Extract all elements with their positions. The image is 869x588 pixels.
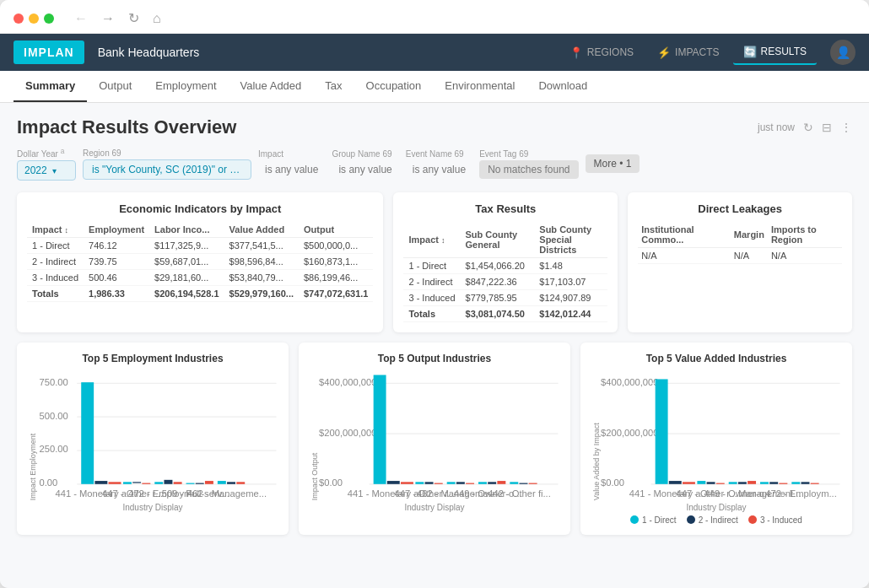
svg-text:442 - Other fi...: 442 - Other fi... bbox=[488, 488, 551, 499]
title-bar: ← → ↻ ⌂ bbox=[0, 0, 869, 34]
svg-rect-74 bbox=[802, 483, 810, 484]
project-name: Bank Headquarters bbox=[98, 46, 200, 59]
forward-button[interactable]: → bbox=[98, 9, 118, 28]
group-name-value[interactable]: is any value bbox=[332, 160, 398, 179]
refresh-icon[interactable]: ↻ bbox=[803, 121, 813, 134]
col-imports: Imports to Region bbox=[768, 222, 842, 248]
economic-table: Impact ↕ Employment Labor Inco... Value … bbox=[27, 222, 373, 302]
legend-indirect-label: 2 - Indirect bbox=[699, 515, 738, 525]
minimize-button[interactable] bbox=[29, 13, 39, 24]
region-label: Region 69 bbox=[83, 148, 251, 158]
brand-logo: IMPLAN bbox=[13, 40, 84, 64]
main-content: Impact Results Overview just now ↻ ⊟ ⋮ D… bbox=[0, 103, 869, 588]
svg-rect-37 bbox=[434, 483, 443, 484]
output-chart-title: Top 5 Output Industries bbox=[309, 353, 560, 364]
chevron-down-icon: ▾ bbox=[52, 166, 57, 175]
svg-rect-73 bbox=[791, 483, 800, 484]
more-icon[interactable]: ⋮ bbox=[840, 121, 852, 134]
svg-text:$200,000,000: $200,000,000 bbox=[601, 428, 658, 438]
no-match-badge: No matches found bbox=[479, 160, 578, 179]
more-filters-button[interactable]: More • 1 bbox=[586, 154, 640, 173]
tab-output[interactable]: Output bbox=[87, 71, 143, 102]
svg-rect-22 bbox=[227, 483, 235, 484]
region-filter: Region 69 is "York County, SC (2019)" or… bbox=[83, 148, 251, 180]
svg-rect-39 bbox=[447, 483, 456, 484]
output-chart-card: Top 5 Output Industries Impact Output $4… bbox=[299, 343, 570, 534]
impacts-icon: ⚡ bbox=[657, 46, 671, 59]
col-impact: Impact ↕ bbox=[403, 222, 460, 258]
impact-label: Impact bbox=[258, 149, 325, 159]
nav-regions-label: REGIONS bbox=[587, 46, 634, 58]
svg-rect-71 bbox=[779, 483, 787, 484]
tab-occupation[interactable]: Occupation bbox=[354, 71, 434, 102]
col-institutional: Institutional Commo... bbox=[638, 222, 731, 248]
table-row: 3 - Induced 500.46 $29,181,60... $53,840… bbox=[27, 270, 373, 286]
svg-rect-23 bbox=[236, 483, 245, 484]
legend-indirect-dot bbox=[687, 515, 695, 524]
timestamp-label: just now bbox=[758, 121, 795, 133]
nav-results[interactable]: 🔄 RESULTS bbox=[733, 40, 817, 65]
legend-direct: 1 - Direct bbox=[630, 515, 677, 525]
value-added-chart-wrapper: Value Added by Impact $400,000,000 $200,… bbox=[591, 371, 842, 500]
employment-chart-title: Top 5 Employment Industries bbox=[27, 353, 278, 364]
legend-induced-label: 3 - Induced bbox=[760, 515, 802, 525]
employment-x-label: Industry Display bbox=[27, 503, 278, 512]
results-icon: 🔄 bbox=[743, 46, 757, 58]
value-added-y-label: Value Added by Impact bbox=[591, 371, 601, 500]
nav-impacts[interactable]: ⚡ IMPACTS bbox=[647, 41, 729, 64]
impact-value[interactable]: is any value bbox=[258, 160, 325, 179]
tab-value-added[interactable]: Value Added bbox=[229, 71, 314, 102]
event-name-value[interactable]: is any value bbox=[406, 160, 472, 179]
maximize-button[interactable] bbox=[44, 13, 54, 24]
svg-rect-69 bbox=[760, 483, 769, 484]
legend-indirect: 2 - Indirect bbox=[687, 515, 738, 525]
output-x-label: Industry Display bbox=[309, 503, 560, 512]
value-added-chart-card: Top 5 Value Added Industries Value Added… bbox=[580, 343, 852, 534]
col-output: Output bbox=[299, 222, 373, 238]
tab-tax[interactable]: Tax bbox=[313, 71, 354, 102]
table-row: N/A N/A N/A bbox=[638, 248, 842, 264]
nav-links: 📍 REGIONS ⚡ IMPACTS 🔄 RESULTS 👤 bbox=[559, 40, 856, 65]
legend-induced: 3 - Induced bbox=[748, 515, 802, 525]
value-added-x-label: Industry Display bbox=[591, 503, 842, 512]
back-button[interactable]: ← bbox=[71, 9, 91, 28]
dollar-year-select[interactable]: 2022 ▾ bbox=[17, 160, 76, 181]
svg-text:250.00: 250.00 bbox=[39, 445, 67, 455]
employment-y-label: Impact Employment bbox=[27, 371, 37, 500]
page-header: Impact Results Overview just now ↻ ⊟ ⋮ bbox=[17, 116, 852, 138]
close-button[interactable] bbox=[13, 13, 24, 24]
nav-results-label: RESULTS bbox=[761, 46, 807, 57]
nav-regions[interactable]: 📍 REGIONS bbox=[559, 41, 644, 64]
employment-chart-wrapper: Impact Employment 750.00 500.00 250.00 0… bbox=[27, 371, 278, 500]
traffic-lights bbox=[13, 13, 54, 24]
svg-text:472 - Employm...: 472 - Employm... bbox=[765, 488, 837, 499]
svg-rect-15 bbox=[174, 483, 182, 484]
svg-rect-31 bbox=[374, 375, 386, 484]
svg-rect-36 bbox=[425, 483, 434, 484]
cards-grid: Economic Indicators by Impact Impact ↕ E… bbox=[17, 192, 852, 332]
table-row: 1 - Direct $1,454,066.20 $1.48 bbox=[403, 258, 607, 274]
dollar-year-label: Dollar Year a bbox=[17, 147, 76, 159]
chart-legend: 1 - Direct 2 - Indirect 3 - Induced bbox=[591, 515, 842, 525]
tax-results-card: Tax Results Impact ↕ Sub County General … bbox=[393, 192, 618, 332]
filter-icon[interactable]: ⊟ bbox=[822, 121, 832, 134]
svg-rect-13 bbox=[154, 483, 163, 484]
app-window: ← → ↻ ⌂ IMPLAN Bank Headquarters 📍 REGIO… bbox=[0, 0, 869, 588]
col-value-added: Value Added bbox=[224, 222, 299, 238]
svg-rect-48 bbox=[520, 483, 528, 484]
region-pill[interactable]: is "York County, SC (2019)" or "Mecklenb… bbox=[83, 159, 251, 180]
tab-employment[interactable]: Employment bbox=[143, 71, 228, 102]
top-navigation: IMPLAN Bank Headquarters 📍 REGIONS ⚡ IMP… bbox=[0, 34, 869, 71]
tab-download[interactable]: Download bbox=[526, 71, 599, 102]
value-added-chart-svg: $400,000,000 $200,000,000 $0.00 441 - Mo… bbox=[601, 371, 842, 500]
svg-rect-45 bbox=[497, 481, 505, 484]
home-button[interactable]: ⌂ bbox=[149, 9, 165, 28]
impact-filter: Impact is any value bbox=[258, 149, 325, 179]
user-avatar[interactable]: 👤 bbox=[830, 40, 856, 65]
tab-summary[interactable]: Summary bbox=[13, 71, 87, 102]
tab-environmental[interactable]: Environmental bbox=[433, 71, 526, 102]
refresh-button[interactable]: ↻ bbox=[125, 8, 143, 28]
dollar-year-value: 2022 bbox=[24, 165, 47, 176]
tax-table: Impact ↕ Sub County General Sub County S… bbox=[403, 222, 607, 322]
event-name-label: Event Name 69 bbox=[406, 149, 472, 159]
